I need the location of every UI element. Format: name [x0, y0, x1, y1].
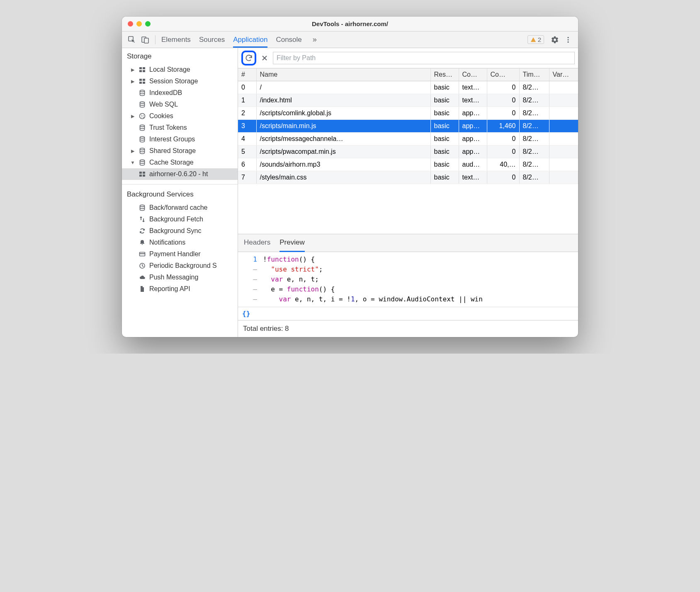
table-cell: /scripts/main.min.js	[256, 120, 430, 133]
sidebar-item-local-storage[interactable]: ▶Local Storage	[122, 64, 238, 75]
sidebar-item-reporting-api[interactable]: ▶Reporting API	[122, 283, 238, 295]
filter-input[interactable]	[273, 52, 575, 64]
sidebar-item-periodic-background-s[interactable]: ▶Periodic Background S	[122, 260, 238, 272]
tab-console[interactable]: Console	[276, 32, 301, 48]
sidebar-item-label: Periodic Background S	[149, 262, 217, 269]
cache-table: #NameRes…Co…Co…Tim…Var… 0/basictext…08/2…	[238, 68, 578, 234]
table-cell: 0	[487, 94, 519, 107]
table-cell: basic	[430, 120, 459, 133]
table-row[interactable]: 5/scripts/pwacompat.min.jsbasicapp…08/2…	[238, 146, 578, 158]
svg-point-18	[143, 115, 143, 116]
tab-application[interactable]: Application	[233, 32, 267, 48]
sidebar-item-cache-storage[interactable]: ▼Cache Storage	[122, 157, 238, 168]
maximize-window-button[interactable]	[145, 21, 151, 27]
clear-button[interactable]	[260, 53, 270, 63]
panel-tabs: Elements Sources Application Console »	[161, 32, 526, 48]
sidebar-item-trust-tokens[interactable]: ▶Trust Tokens	[122, 122, 238, 133]
sidebar-item-airhorner-0-6-20-ht[interactable]: airhorner-0.6.20 - ht	[122, 168, 238, 180]
table-cell: 7	[238, 171, 256, 184]
device-toggle-icon[interactable]	[139, 34, 151, 46]
refresh-button[interactable]	[244, 53, 254, 63]
table-header-6[interactable]: Var…	[549, 68, 578, 81]
table-cell	[549, 133, 578, 146]
table-cell: 8/2…	[519, 146, 549, 158]
refresh-button-highlight	[241, 51, 256, 66]
svg-rect-12	[139, 82, 142, 84]
svg-point-5	[567, 41, 569, 42]
table-cell: basic	[430, 171, 459, 184]
sidebar-item-indexeddb[interactable]: ▶IndexedDB	[122, 87, 238, 99]
table-header-2[interactable]: Res…	[430, 68, 459, 81]
sidebar-item-label: Web SQL	[149, 101, 178, 108]
minimize-window-button[interactable]	[136, 21, 142, 27]
warnings-badge[interactable]: 2	[527, 35, 544, 44]
table-header-0[interactable]: #	[238, 68, 256, 81]
sidebar-item-push-messaging[interactable]: ▶Push Messaging	[122, 272, 238, 283]
detail-tab-headers[interactable]: Headers	[244, 234, 270, 252]
table-row[interactable]: 0/basictext…08/2…	[238, 81, 578, 94]
table-cell	[549, 120, 578, 133]
line-number: –	[238, 284, 263, 294]
sidebar-item-label: Back/forward cache	[149, 204, 208, 211]
chevron-right-icon: ▶	[130, 67, 135, 73]
sidebar-divider	[122, 184, 238, 184]
table-row[interactable]: 2/scripts/comlink.global.jsbasicapp…08/2…	[238, 107, 578, 120]
application-sidebar: Storage▶Local Storage▶Session Storage▶In…	[122, 48, 238, 337]
tab-sources[interactable]: Sources	[199, 32, 225, 48]
table-icon	[139, 170, 146, 178]
code-braces[interactable]: {}	[238, 307, 578, 320]
sidebar-item-notifications[interactable]: ▶Notifications	[122, 237, 238, 248]
sidebar-item-web-sql[interactable]: ▶Web SQL	[122, 99, 238, 110]
code-content: "use strict";	[263, 264, 323, 274]
table-cell: 4	[238, 133, 256, 146]
sidebar-item-payment-handler[interactable]: ▶Payment Handler	[122, 248, 238, 260]
settings-icon[interactable]	[549, 34, 561, 46]
sidebar-item-background-fetch[interactable]: ▶Background Fetch	[122, 214, 238, 225]
detail-tab-preview[interactable]: Preview	[280, 234, 304, 252]
table-cell: 8/2…	[519, 133, 549, 146]
table-header-4[interactable]: Co…	[487, 68, 519, 81]
sidebar-item-label: Background Fetch	[149, 216, 203, 223]
code-line: – var e, n, t;	[238, 274, 578, 284]
svg-point-23	[140, 148, 145, 150]
main-toolbar: Elements Sources Application Console » 2	[122, 32, 578, 48]
table-row[interactable]: 7/styles/main.cssbasictext…08/2…	[238, 171, 578, 184]
svg-point-17	[141, 115, 142, 116]
close-window-button[interactable]	[128, 21, 133, 27]
table-empty-space	[238, 184, 578, 234]
table-cell: 0	[238, 81, 256, 94]
table-row[interactable]: 4/scripts/messagechannela…basicapp…08/2…	[238, 133, 578, 146]
svg-rect-8	[139, 70, 142, 72]
table-header-3[interactable]: Co…	[459, 68, 487, 81]
table-cell	[549, 81, 578, 94]
kebab-menu-icon[interactable]	[562, 34, 574, 46]
table-header-row: #NameRes…Co…Co…Tim…Var…	[238, 68, 578, 81]
sidebar-item-shared-storage[interactable]: ▶Shared Storage	[122, 145, 238, 157]
sidebar-item-interest-groups[interactable]: ▶Interest Groups	[122, 133, 238, 145]
inspect-icon[interactable]	[126, 34, 138, 46]
sidebar-item-label: Trust Tokens	[149, 124, 187, 131]
table-cell	[549, 107, 578, 120]
svg-rect-13	[143, 82, 145, 84]
file-icon	[139, 285, 146, 293]
traffic-lights	[128, 21, 151, 27]
more-tabs-button[interactable]: »	[310, 35, 319, 44]
sidebar-item-back-forward-cache[interactable]: ▶Back/forward cache	[122, 202, 238, 214]
table-row[interactable]: 6/sounds/airhorn.mp3basicaud…40,…8/2…	[238, 158, 578, 171]
table-cell: 2	[238, 107, 256, 120]
table-cell: app…	[459, 146, 487, 158]
sidebar-item-cookies[interactable]: ▶Cookies	[122, 110, 238, 122]
table-header-1[interactable]: Name	[256, 68, 430, 81]
svg-point-22	[140, 136, 145, 138]
table-row[interactable]: 3/scripts/main.min.jsbasicapp…1,4608/2…	[238, 120, 578, 133]
svg-point-16	[140, 114, 145, 119]
sidebar-item-label: Local Storage	[149, 66, 190, 73]
table-row[interactable]: 1/index.htmlbasictext…08/2…	[238, 94, 578, 107]
svg-point-15	[140, 102, 145, 103]
sidebar-item-session-storage[interactable]: ▶Session Storage	[122, 75, 238, 87]
sidebar-item-background-sync[interactable]: ▶Background Sync	[122, 225, 238, 237]
tab-elements[interactable]: Elements	[161, 32, 191, 48]
table-cell	[549, 146, 578, 158]
table-header-5[interactable]: Tim…	[519, 68, 549, 81]
sidebar-item-label: Background Sync	[149, 227, 201, 235]
